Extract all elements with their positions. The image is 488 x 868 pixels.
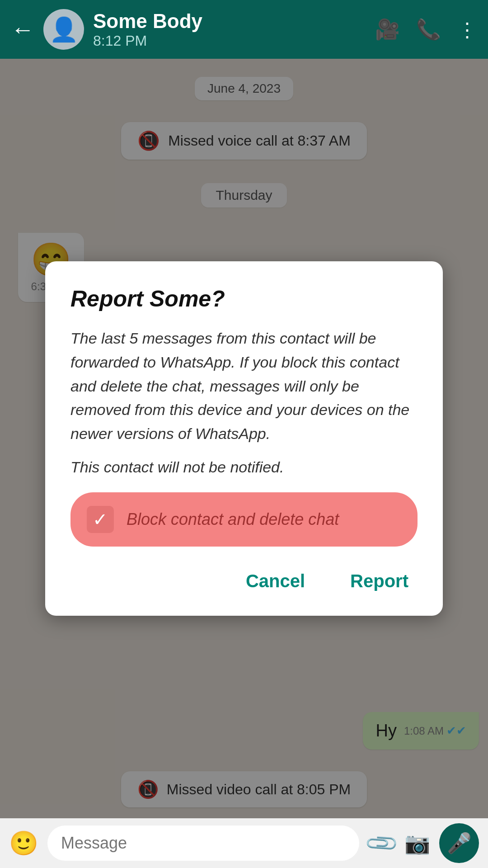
checkmark-icon: ✓ [93, 509, 108, 530]
modal-overlay: Report Some? The last 5 messages from th… [0, 59, 488, 818]
dialog-buttons: Cancel Report [70, 566, 418, 596]
block-delete-checkbox-row[interactable]: ✓ Block contact and delete chat [70, 492, 418, 547]
report-button[interactable]: Report [341, 566, 418, 596]
message-input-bar: 🙂 📎 📷 🎤 [0, 818, 488, 868]
cancel-button[interactable]: Cancel [237, 566, 314, 596]
contact-info: Some Body 8:12 PM [93, 10, 366, 49]
dialog-title: Report Some? [70, 286, 418, 312]
back-button[interactable]: ← [11, 16, 34, 43]
microphone-icon: 🎤 [447, 831, 472, 855]
message-input[interactable] [47, 826, 359, 861]
camera-icon[interactable]: 📷 [404, 831, 430, 855]
voice-call-icon[interactable]: 📞 [416, 18, 441, 41]
dialog-note: This contact will not be notified. [70, 458, 418, 476]
attach-icon[interactable]: 📎 [363, 825, 400, 862]
emoji-picker-icon[interactable]: 🙂 [9, 830, 38, 857]
header-actions: 🎥 📞 ⋮ [375, 18, 477, 41]
checkbox-label: Block contact and delete chat [127, 510, 339, 529]
dialog-body: The last 5 messages from this contact wi… [70, 326, 418, 445]
report-dialog: Report Some? The last 5 messages from th… [45, 261, 443, 615]
video-call-icon[interactable]: 🎥 [375, 18, 400, 41]
more-options-icon[interactable]: ⋮ [457, 18, 477, 41]
mic-button[interactable]: 🎤 [439, 823, 479, 863]
checkbox-box: ✓ [87, 506, 114, 533]
avatar[interactable]: 👤 [43, 9, 84, 50]
chat-header: ← 👤 Some Body 8:12 PM 🎥 📞 ⋮ [0, 0, 488, 59]
contact-name: Some Body [93, 10, 366, 33]
last-seen-time: 8:12 PM [93, 33, 366, 49]
person-icon: 👤 [49, 16, 79, 43]
